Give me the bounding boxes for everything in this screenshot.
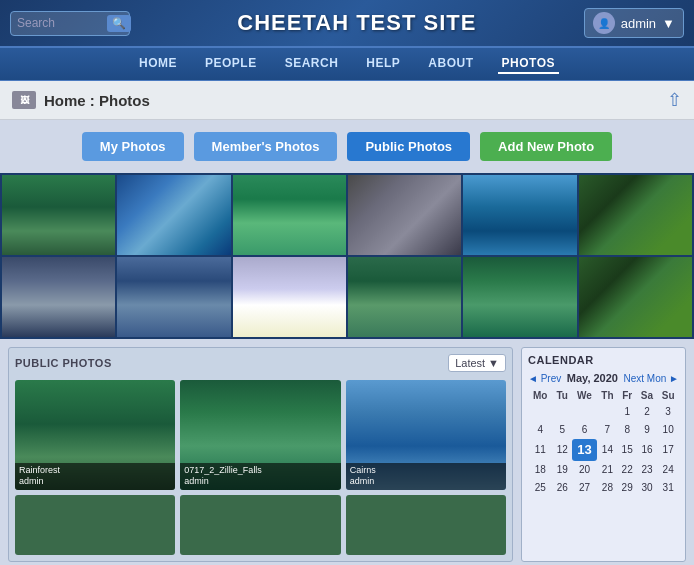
tabs-bar: My Photos Member's Photos Public Photos … — [0, 120, 694, 173]
bottom-section: PUBLIC PHOTOS Latest ▼ Rainforest admin … — [0, 339, 694, 565]
sort-label: Latest — [455, 357, 485, 369]
calendar-day[interactable]: 9 — [637, 421, 658, 439]
gallery-grid — [0, 173, 694, 339]
gallery-photo[interactable] — [2, 257, 115, 337]
calendar-day[interactable]: 18 — [528, 461, 552, 479]
public-photo-4[interactable] — [180, 495, 340, 555]
cal-header-sa: Sa — [637, 388, 658, 403]
calendar-title: CALENDAR — [528, 354, 679, 366]
site-header: 🔍 CHEETAH TEST SITE 👤 admin ▼ — [0, 0, 694, 48]
search-bar[interactable]: 🔍 — [10, 11, 130, 36]
main-nav: HOME PEOPLE SEARCH HELP ABOUT PHOTOS — [0, 48, 694, 81]
calendar-day[interactable]: 15 — [618, 439, 637, 461]
calendar-day[interactable]: 4 — [528, 421, 552, 439]
calendar-day[interactable]: 28 — [597, 479, 618, 497]
cal-header-fr: Fr — [618, 388, 637, 403]
calendar-day[interactable]: 13 — [572, 439, 597, 461]
nav-home[interactable]: HOME — [135, 54, 181, 74]
prev-month-button[interactable]: ◄ Prev — [528, 373, 561, 384]
calendar-day[interactable]: 5 — [552, 421, 571, 439]
search-button[interactable]: 🔍 — [107, 15, 131, 32]
calendar-day[interactable]: 11 — [528, 439, 552, 461]
tab-public-photos[interactable]: Public Photos — [347, 132, 470, 161]
calendar-day[interactable]: 31 — [657, 479, 679, 497]
calendar-day[interactable]: 17 — [657, 439, 679, 461]
calendar-day[interactable]: 16 — [637, 439, 658, 461]
photo-author: admin — [19, 476, 171, 488]
gallery-photo[interactable] — [579, 175, 692, 255]
calendar-day[interactable]: 14 — [597, 439, 618, 461]
calendar-panel: CALENDAR ◄ Prev May, 2020 Next Mon ► Mo … — [521, 347, 686, 562]
tab-add-photo[interactable]: Add New Photo — [480, 132, 612, 161]
nav-help[interactable]: HELP — [362, 54, 404, 74]
calendar-day[interactable]: 23 — [637, 461, 658, 479]
photo-label: Rainforest admin — [15, 463, 175, 490]
photo-title: Cairns — [350, 465, 502, 477]
tab-my-photos[interactable]: My Photos — [82, 132, 184, 161]
calendar-day[interactable]: 12 — [552, 439, 571, 461]
calendar-day[interactable]: 25 — [528, 479, 552, 497]
cal-header-th: Th — [597, 388, 618, 403]
gallery-photo[interactable] — [579, 257, 692, 337]
calendar-day[interactable]: 26 — [552, 479, 571, 497]
calendar-day[interactable]: 2 — [637, 403, 658, 421]
cal-header-tu: Tu — [552, 388, 571, 403]
public-photo-1[interactable]: 0717_2_Zillie_Falls admin — [180, 380, 340, 490]
calendar-day[interactable]: 10 — [657, 421, 679, 439]
calendar-day[interactable]: 3 — [657, 403, 679, 421]
calendar-nav: ◄ Prev May, 2020 Next Mon ► — [528, 372, 679, 384]
gallery-photo[interactable] — [348, 175, 461, 255]
gallery-photo[interactable] — [2, 175, 115, 255]
sort-dropdown[interactable]: Latest ▼ — [448, 354, 506, 372]
gallery-photo[interactable] — [463, 175, 576, 255]
calendar-day — [597, 403, 618, 421]
search-input[interactable] — [17, 16, 107, 30]
public-photo-5[interactable] — [346, 495, 506, 555]
calendar-day[interactable]: 7 — [597, 421, 618, 439]
tab-members-photos[interactable]: Member's Photos — [194, 132, 338, 161]
calendar-day[interactable]: 8 — [618, 421, 637, 439]
breadcrumb-bar: 🖼 Home : Photos ⇧ — [0, 81, 694, 120]
gallery-photo[interactable] — [117, 175, 230, 255]
calendar-day[interactable]: 6 — [572, 421, 597, 439]
site-title: CHEETAH TEST SITE — [237, 10, 476, 36]
calendar-day[interactable]: 1 — [618, 403, 637, 421]
calendar-day[interactable]: 19 — [552, 461, 571, 479]
calendar-day[interactable]: 22 — [618, 461, 637, 479]
nav-photos[interactable]: PHOTOS — [498, 54, 559, 74]
gallery-photo[interactable] — [463, 257, 576, 337]
calendar-day[interactable]: 20 — [572, 461, 597, 479]
nav-search[interactable]: SEARCH — [281, 54, 343, 74]
photo-title: Rainforest — [19, 465, 171, 477]
gallery-photo[interactable] — [233, 175, 346, 255]
dropdown-arrow-icon: ▼ — [488, 357, 499, 369]
public-photo-3[interactable] — [15, 495, 175, 555]
breadcrumb-text: Home : Photos — [44, 92, 150, 109]
next-month-button[interactable]: Next Mon ► — [624, 373, 679, 384]
photos-row-1: Rainforest admin 0717_2_Zillie_Falls adm… — [15, 380, 506, 490]
nav-about[interactable]: ABOUT — [424, 54, 477, 74]
calendar-day[interactable]: 30 — [637, 479, 658, 497]
nav-people[interactable]: PEOPLE — [201, 54, 261, 74]
photo-label: 0717_2_Zillie_Falls admin — [180, 463, 340, 490]
photo-author: admin — [184, 476, 336, 488]
avatar: 👤 — [593, 12, 615, 34]
photos-icon: 🖼 — [12, 91, 36, 109]
calendar-day — [528, 403, 552, 421]
chevron-down-icon: ▼ — [662, 16, 675, 31]
share-icon[interactable]: ⇧ — [667, 89, 682, 111]
user-menu[interactable]: 👤 admin ▼ — [584, 8, 684, 38]
public-photo-2[interactable]: Cairns admin — [346, 380, 506, 490]
calendar-month: May, 2020 — [567, 372, 618, 384]
calendar-day[interactable]: 21 — [597, 461, 618, 479]
calendar-day[interactable]: 27 — [572, 479, 597, 497]
cal-header-su: Su — [657, 388, 679, 403]
gallery-photo[interactable] — [348, 257, 461, 337]
public-photos-panel: PUBLIC PHOTOS Latest ▼ Rainforest admin … — [8, 347, 513, 562]
public-photo-0[interactable]: Rainforest admin — [15, 380, 175, 490]
gallery-photo[interactable] — [233, 257, 346, 337]
calendar-day[interactable]: 29 — [618, 479, 637, 497]
photo-author: admin — [350, 476, 502, 488]
gallery-photo[interactable] — [117, 257, 230, 337]
calendar-day[interactable]: 24 — [657, 461, 679, 479]
